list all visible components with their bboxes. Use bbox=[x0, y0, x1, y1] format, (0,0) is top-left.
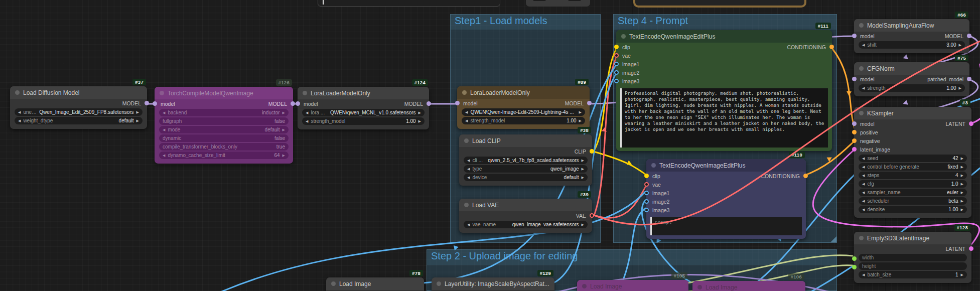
combo-left-arrow-icon[interactable] bbox=[862, 182, 865, 186]
model-input-slot[interactable] bbox=[153, 101, 157, 106]
collapse-dot-icon[interactable] bbox=[621, 34, 626, 39]
node-load-image-78[interactable]: #78 Load Image bbox=[326, 277, 424, 291]
collapse-dot-icon[interactable] bbox=[582, 284, 587, 288]
combo-left-arrow-icon[interactable] bbox=[862, 43, 865, 47]
group-resize-handle[interactable] bbox=[830, 236, 836, 242]
combo-left-arrow-icon[interactable] bbox=[163, 111, 165, 114]
combo-right-arrow-icon[interactable] bbox=[959, 86, 961, 90]
combo-right-arrow-icon[interactable] bbox=[136, 110, 139, 114]
collapse-dot-icon[interactable] bbox=[859, 111, 864, 115]
node-load-diffusion-model[interactable]: #37 Load Diffusion Model MODEL unet_ ...… bbox=[10, 86, 147, 129]
backend-combo[interactable]: backendinductor bbox=[159, 109, 289, 116]
fullgraph-toggle[interactable]: fullgraphfalse bbox=[159, 117, 289, 125]
height-input-slot[interactable] bbox=[852, 265, 857, 269]
group-step1-title[interactable]: Step1 - Load models bbox=[451, 15, 600, 30]
collapse-dot-icon[interactable] bbox=[651, 163, 656, 168]
combo-right-arrow-icon[interactable] bbox=[418, 111, 421, 114]
combo-left-arrow-icon[interactable] bbox=[862, 199, 865, 203]
batch-size-stepper[interactable]: batch_size1 bbox=[859, 271, 967, 278]
latent-image-input-slot[interactable] bbox=[852, 147, 857, 152]
node-load-clip[interactable]: #38 Load CLIP CLIP cli ...qwen_2.5_vl_7b… bbox=[459, 134, 592, 186]
combo-right-arrow-icon[interactable] bbox=[959, 43, 961, 47]
sampler-name-combo[interactable]: sampler_nameeuler bbox=[859, 189, 967, 196]
combo-right-arrow-icon[interactable] bbox=[961, 191, 963, 194]
combo-right-arrow-icon[interactable] bbox=[283, 154, 285, 157]
collapse-dot-icon[interactable] bbox=[160, 91, 164, 95]
node-text-encode-positive[interactable]: #111 TextEncodeQwenImageEditPlus clipCON… bbox=[616, 30, 832, 151]
combo-right-arrow-icon[interactable] bbox=[961, 199, 963, 203]
denoise-stepper[interactable]: denoise1.00 bbox=[859, 206, 967, 213]
clip-output-slot[interactable] bbox=[590, 149, 594, 154]
node-torch-compile-model[interactable]: #126 TorchCompileModelQwenImage modelMOD… bbox=[155, 87, 293, 164]
clipped-textarea-node[interactable] bbox=[318, 0, 500, 7]
clip-input-slot[interactable] bbox=[644, 174, 649, 178]
combo-left-arrow-icon[interactable] bbox=[467, 159, 470, 162]
lora-name-combo[interactable]: QWEN\Qwen-Image-Edit-2509-Lightning-4s .… bbox=[462, 108, 585, 116]
combo-left-arrow-icon[interactable] bbox=[163, 128, 165, 131]
conditioning-output-slot[interactable] bbox=[829, 45, 834, 49]
model-input-slot[interactable] bbox=[852, 121, 857, 126]
conditioning-output-slot[interactable] bbox=[803, 174, 808, 178]
seed-stepper[interactable]: seed42 bbox=[859, 155, 967, 162]
model-input-slot[interactable] bbox=[852, 77, 857, 81]
cfg-stepper[interactable]: cfg1.0 bbox=[859, 180, 967, 188]
model-output-slot[interactable] bbox=[427, 101, 431, 106]
collapse-dot-icon[interactable] bbox=[859, 236, 864, 240]
vae-input-slot[interactable] bbox=[644, 182, 649, 187]
unet-name-combo[interactable]: unet_ ...Qwen_Image_Edit_2509_FP8.safete… bbox=[15, 108, 143, 116]
collapse-dot-icon[interactable] bbox=[331, 281, 336, 286]
combo-left-arrow-icon[interactable] bbox=[862, 86, 865, 90]
combo-left-arrow-icon[interactable] bbox=[465, 110, 468, 114]
clip-input-slot[interactable] bbox=[614, 45, 619, 49]
collapse-dot-icon[interactable] bbox=[464, 138, 469, 143]
image2-input-slot[interactable] bbox=[614, 70, 619, 75]
weight-dtype-combo[interactable]: weight_dtypedefault bbox=[15, 117, 143, 124]
collapse-dot-icon[interactable] bbox=[437, 281, 441, 286]
image3-input-slot[interactable] bbox=[614, 79, 619, 83]
dynamo-cache-size-combo[interactable]: dynamo_cache_size_limit64 bbox=[159, 152, 289, 159]
combo-left-arrow-icon[interactable] bbox=[862, 157, 865, 160]
collapse-dot-icon[interactable] bbox=[697, 285, 702, 289]
shift-stepper[interactable]: shift3.00 bbox=[859, 41, 965, 49]
combo-right-arrow-icon[interactable] bbox=[582, 167, 584, 171]
group-step4-title[interactable]: Step 4 - Prompt bbox=[614, 15, 836, 30]
node-load-vae[interactable]: #39 Load VAE VAE vae_nameqwen_image_vae.… bbox=[459, 199, 592, 233]
prompt-textarea[interactable]: prompt bbox=[650, 217, 802, 235]
combo-right-arrow-icon[interactable] bbox=[136, 119, 139, 122]
combo-left-arrow-icon[interactable] bbox=[467, 176, 470, 179]
vae-name-combo[interactable]: vae_nameqwen_image_vae.safetensors bbox=[464, 221, 588, 228]
collapse-dot-icon[interactable] bbox=[303, 91, 307, 95]
lora-name-combo[interactable]: lora ...QWEN\qwen_MCNL_v1.0.safetensors bbox=[302, 109, 425, 116]
node-cfgnorm[interactable]: #75 CFGNorm modelpatched_model strength1… bbox=[854, 62, 969, 96]
combo-right-arrow-icon[interactable] bbox=[582, 176, 584, 179]
width-input-slot[interactable] bbox=[852, 256, 857, 261]
combo-left-arrow-icon[interactable] bbox=[862, 174, 865, 177]
steps-stepper[interactable]: steps4 bbox=[859, 172, 967, 179]
group-step2-title[interactable]: Step 2 - Upload image for editing bbox=[427, 250, 836, 265]
combo-right-arrow-icon[interactable] bbox=[961, 273, 963, 276]
node-load-image-105[interactable]: #105 Load Image bbox=[577, 280, 688, 291]
combo-right-arrow-icon[interactable] bbox=[283, 111, 285, 114]
combo-left-arrow-icon[interactable] bbox=[862, 208, 865, 211]
node-load-image-106[interactable]: #106 Load Image bbox=[692, 281, 805, 291]
node-lora-loader-124[interactable]: #124 LoraLoaderModelOnly modelMODEL lora… bbox=[298, 87, 429, 129]
combo-left-arrow-icon[interactable] bbox=[306, 111, 308, 114]
node-layer-utility-scale[interactable]: #129 LayerUtility: ImageScaleByAspectRat… bbox=[432, 277, 554, 291]
combo-left-arrow-icon[interactable] bbox=[862, 273, 865, 276]
positive-input-slot[interactable] bbox=[852, 130, 857, 134]
model-input-slot[interactable] bbox=[852, 34, 857, 38]
scheduler-combo[interactable]: schedulerbeta bbox=[859, 197, 967, 205]
image2-input-slot[interactable] bbox=[644, 199, 649, 204]
model-output-slot[interactable] bbox=[587, 101, 592, 105]
model-input-slot[interactable] bbox=[296, 101, 300, 106]
strength-model-stepper[interactable]: strength_model1.00 bbox=[302, 117, 425, 125]
combo-left-arrow-icon[interactable] bbox=[465, 119, 468, 122]
combo-right-arrow-icon[interactable] bbox=[961, 208, 963, 211]
combo-left-arrow-icon[interactable] bbox=[467, 167, 470, 171]
model-output-slot[interactable] bbox=[145, 101, 149, 105]
node-model-sampling-auraflow[interactable]: #66 ModelSamplingAuraFlow modelMODEL shi… bbox=[854, 19, 969, 53]
combo-left-arrow-icon[interactable] bbox=[467, 223, 470, 226]
latent-output-slot[interactable] bbox=[969, 121, 973, 126]
strength-model-stepper[interactable]: strength_model1.00 bbox=[462, 117, 585, 124]
type-combo[interactable]: typeqwen_image bbox=[464, 165, 588, 173]
